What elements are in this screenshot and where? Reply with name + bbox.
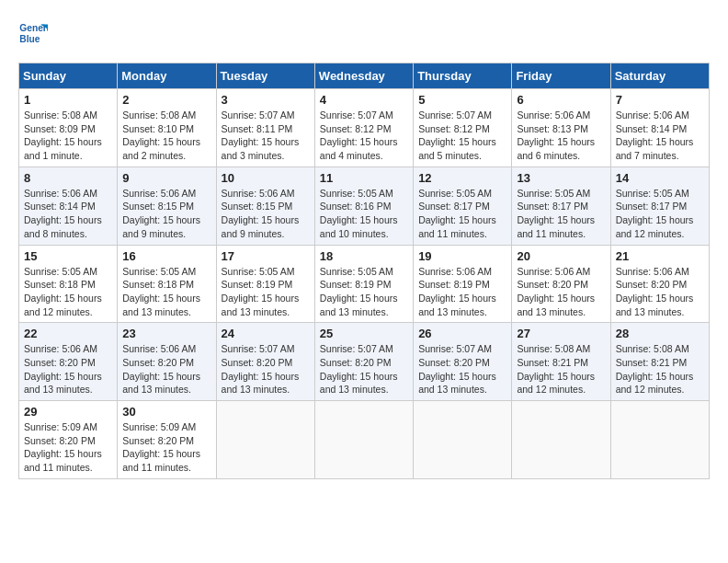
day-number: 18: [320, 249, 408, 263]
svg-text:Blue: Blue: [19, 34, 40, 44]
day-number: 19: [418, 249, 506, 263]
day-cell-14: 14 Sunrise: 5:05 AM Sunset: 8:17 PM Dayl…: [610, 167, 709, 245]
day-number: 17: [222, 249, 310, 263]
day-info: Sunrise: 5:06 AM Sunset: 8:20 PM Dayligh…: [616, 265, 704, 319]
day-number: 10: [222, 171, 310, 185]
day-info: Sunrise: 5:06 AM Sunset: 8:20 PM Dayligh…: [122, 342, 210, 396]
day-cell-11: 11 Sunrise: 5:05 AM Sunset: 8:16 PM Dayl…: [314, 167, 413, 245]
col-header-sunday: Sunday: [19, 63, 118, 89]
day-cell-7: 7 Sunrise: 5:06 AM Sunset: 8:14 PM Dayli…: [610, 89, 709, 167]
day-info: Sunrise: 5:05 AM Sunset: 8:19 PM Dayligh…: [320, 265, 408, 319]
calendar-table: SundayMondayTuesdayWednesdayThursdayFrid…: [18, 63, 710, 479]
day-cell-12: 12 Sunrise: 5:05 AM Sunset: 8:17 PM Dayl…: [414, 167, 512, 245]
day-info: Sunrise: 5:05 AM Sunset: 8:18 PM Dayligh…: [122, 265, 210, 319]
day-number: 26: [418, 327, 506, 340]
day-cell-28: 28 Sunrise: 5:08 AM Sunset: 8:21 PM Dayl…: [610, 323, 709, 401]
day-number: 11: [320, 171, 408, 185]
day-info: Sunrise: 5:09 AM Sunset: 8:20 PM Dayligh…: [122, 420, 210, 475]
day-cell-29: 29 Sunrise: 5:09 AM Sunset: 8:20 PM Dayl…: [19, 401, 118, 479]
day-cell-6: 6 Sunrise: 5:06 AM Sunset: 8:13 PM Dayli…: [512, 89, 610, 167]
day-cell-17: 17 Sunrise: 5:05 AM Sunset: 8:19 PM Dayl…: [216, 245, 314, 323]
day-info: Sunrise: 5:08 AM Sunset: 8:10 PM Dayligh…: [122, 109, 210, 163]
day-number: 9: [122, 171, 210, 185]
col-header-monday: Monday: [118, 63, 216, 89]
day-cell-22: 22 Sunrise: 5:06 AM Sunset: 8:20 PM Dayl…: [19, 323, 118, 401]
day-number: 27: [517, 327, 605, 340]
day-number: 28: [616, 327, 704, 340]
day-number: 21: [616, 249, 704, 263]
day-info: Sunrise: 5:07 AM Sunset: 8:20 PM Dayligh…: [320, 342, 408, 396]
day-cell-3: 3 Sunrise: 5:07 AM Sunset: 8:11 PM Dayli…: [216, 89, 314, 167]
day-cell-2: 2 Sunrise: 5:08 AM Sunset: 8:10 PM Dayli…: [118, 89, 216, 167]
empty-cell: [216, 401, 314, 479]
day-cell-27: 27 Sunrise: 5:08 AM Sunset: 8:21 PM Dayl…: [512, 323, 610, 401]
day-number: 30: [122, 405, 210, 419]
day-number: 15: [24, 249, 112, 263]
day-number: 22: [24, 327, 112, 340]
day-cell-1: 1 Sunrise: 5:08 AM Sunset: 8:09 PM Dayli…: [19, 89, 118, 167]
day-number: 24: [222, 327, 310, 340]
day-cell-23: 23 Sunrise: 5:06 AM Sunset: 8:20 PM Dayl…: [118, 323, 216, 401]
logo: General Blue: [18, 18, 51, 48]
day-cell-16: 16 Sunrise: 5:05 AM Sunset: 8:18 PM Dayl…: [118, 245, 216, 323]
col-header-tuesday: Tuesday: [216, 63, 314, 89]
day-info: Sunrise: 5:07 AM Sunset: 8:20 PM Dayligh…: [222, 342, 310, 396]
col-header-saturday: Saturday: [610, 63, 709, 89]
day-number: 2: [122, 93, 210, 107]
day-info: Sunrise: 5:07 AM Sunset: 8:20 PM Dayligh…: [418, 342, 506, 396]
day-number: 7: [616, 93, 704, 107]
day-cell-20: 20 Sunrise: 5:06 AM Sunset: 8:20 PM Dayl…: [512, 245, 610, 323]
day-cell-30: 30 Sunrise: 5:09 AM Sunset: 8:20 PM Dayl…: [118, 401, 216, 479]
day-cell-5: 5 Sunrise: 5:07 AM Sunset: 8:12 PM Dayli…: [414, 89, 512, 167]
col-header-wednesday: Wednesday: [314, 63, 413, 89]
day-info: Sunrise: 5:06 AM Sunset: 8:19 PM Dayligh…: [418, 265, 506, 319]
day-info: Sunrise: 5:06 AM Sunset: 8:13 PM Dayligh…: [517, 109, 605, 163]
col-header-friday: Friday: [512, 63, 610, 89]
day-cell-18: 18 Sunrise: 5:05 AM Sunset: 8:19 PM Dayl…: [314, 245, 413, 323]
day-info: Sunrise: 5:06 AM Sunset: 8:14 PM Dayligh…: [616, 109, 704, 163]
day-cell-25: 25 Sunrise: 5:07 AM Sunset: 8:20 PM Dayl…: [314, 323, 413, 401]
day-number: 23: [122, 327, 210, 340]
day-cell-24: 24 Sunrise: 5:07 AM Sunset: 8:20 PM Dayl…: [216, 323, 314, 401]
calendar-week-4: 22 Sunrise: 5:06 AM Sunset: 8:20 PM Dayl…: [19, 323, 710, 401]
day-info: Sunrise: 5:05 AM Sunset: 8:16 PM Dayligh…: [320, 187, 408, 241]
calendar-week-1: 1 Sunrise: 5:08 AM Sunset: 8:09 PM Dayli…: [19, 89, 710, 167]
day-info: Sunrise: 5:07 AM Sunset: 8:12 PM Dayligh…: [320, 109, 408, 163]
calendar-week-2: 8 Sunrise: 5:06 AM Sunset: 8:14 PM Dayli…: [19, 167, 710, 245]
day-info: Sunrise: 5:06 AM Sunset: 8:20 PM Dayligh…: [24, 342, 112, 396]
day-info: Sunrise: 5:08 AM Sunset: 8:21 PM Dayligh…: [616, 342, 704, 396]
empty-cell: [314, 401, 413, 479]
day-info: Sunrise: 5:06 AM Sunset: 8:15 PM Dayligh…: [222, 187, 310, 241]
day-number: 29: [24, 405, 112, 419]
day-number: 4: [320, 93, 408, 107]
day-info: Sunrise: 5:07 AM Sunset: 8:12 PM Dayligh…: [418, 109, 506, 163]
day-cell-10: 10 Sunrise: 5:06 AM Sunset: 8:15 PM Dayl…: [216, 167, 314, 245]
day-number: 13: [517, 171, 605, 185]
page-header: General Blue: [18, 18, 710, 48]
day-number: 25: [320, 327, 408, 340]
day-number: 3: [222, 93, 310, 107]
day-number: 20: [517, 249, 605, 263]
empty-cell: [414, 401, 512, 479]
day-cell-4: 4 Sunrise: 5:07 AM Sunset: 8:12 PM Dayli…: [314, 89, 413, 167]
day-info: Sunrise: 5:05 AM Sunset: 8:17 PM Dayligh…: [418, 187, 506, 241]
day-cell-26: 26 Sunrise: 5:07 AM Sunset: 8:20 PM Dayl…: [414, 323, 512, 401]
day-cell-9: 9 Sunrise: 5:06 AM Sunset: 8:15 PM Dayli…: [118, 167, 216, 245]
day-info: Sunrise: 5:08 AM Sunset: 8:09 PM Dayligh…: [24, 109, 112, 163]
empty-cell: [512, 401, 610, 479]
day-info: Sunrise: 5:05 AM Sunset: 8:17 PM Dayligh…: [616, 187, 704, 241]
day-info: Sunrise: 5:05 AM Sunset: 8:17 PM Dayligh…: [517, 187, 605, 241]
day-cell-8: 8 Sunrise: 5:06 AM Sunset: 8:14 PM Dayli…: [19, 167, 118, 245]
day-info: Sunrise: 5:09 AM Sunset: 8:20 PM Dayligh…: [24, 420, 112, 475]
day-number: 5: [418, 93, 506, 107]
col-header-thursday: Thursday: [414, 63, 512, 89]
day-number: 12: [418, 171, 506, 185]
calendar-header-row: SundayMondayTuesdayWednesdayThursdayFrid…: [19, 63, 710, 89]
day-cell-19: 19 Sunrise: 5:06 AM Sunset: 8:19 PM Dayl…: [414, 245, 512, 323]
day-number: 6: [517, 93, 605, 107]
calendar-week-5: 29 Sunrise: 5:09 AM Sunset: 8:20 PM Dayl…: [19, 401, 710, 479]
day-cell-21: 21 Sunrise: 5:06 AM Sunset: 8:20 PM Dayl…: [610, 245, 709, 323]
day-cell-15: 15 Sunrise: 5:05 AM Sunset: 8:18 PM Dayl…: [19, 245, 118, 323]
logo-icon: General Blue: [18, 18, 48, 48]
day-info: Sunrise: 5:06 AM Sunset: 8:20 PM Dayligh…: [517, 265, 605, 319]
